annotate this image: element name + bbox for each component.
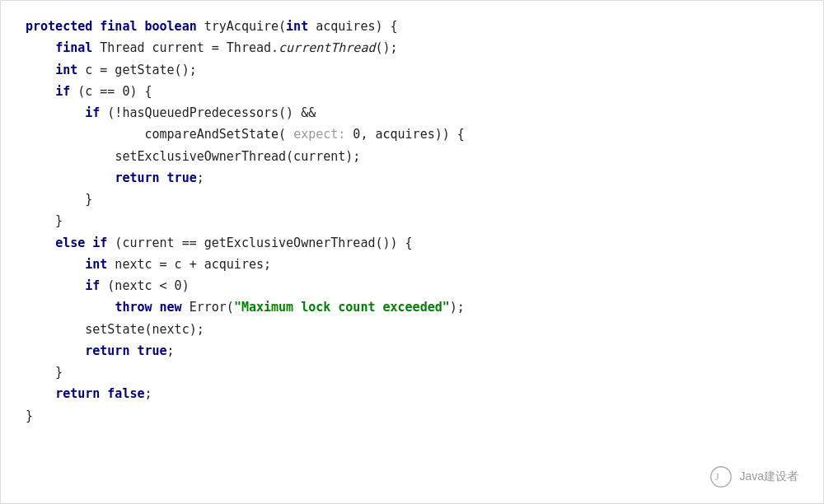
code-token: final bbox=[100, 19, 137, 34]
code-token: . bbox=[271, 40, 279, 55]
code-token bbox=[26, 127, 145, 142]
code-token bbox=[26, 300, 115, 315]
code-token: ); bbox=[450, 300, 465, 315]
code-line: int nextc = c + acquires; bbox=[26, 254, 823, 275]
code-line: protected final boolean tryAcquire(int a… bbox=[26, 16, 823, 37]
code-token: int bbox=[85, 257, 107, 272]
code-token bbox=[26, 149, 115, 164]
code-token bbox=[26, 170, 115, 185]
code-token bbox=[26, 236, 55, 250]
watermark-text: Java建设者 bbox=[739, 469, 798, 484]
code-line: return false; bbox=[26, 383, 823, 404]
code-token bbox=[92, 19, 100, 34]
code-token: setExclusiveOwnerThread(current); bbox=[115, 149, 360, 164]
code-token: final bbox=[55, 40, 92, 55]
code-token: false bbox=[107, 386, 144, 401]
code-line: } bbox=[26, 189, 823, 210]
code-token bbox=[152, 300, 160, 315]
code-token: (c == 0) { bbox=[70, 84, 152, 99]
code-token bbox=[26, 105, 85, 120]
svg-text:J: J bbox=[715, 471, 719, 483]
code-line: return true; bbox=[26, 340, 823, 362]
code-line: if (!hasQueuedPredecessors() && bbox=[26, 102, 823, 124]
code-token: int bbox=[286, 19, 308, 34]
code-token: if bbox=[85, 278, 100, 293]
code-line: compareAndSetState( expect: 0, acquires)… bbox=[26, 124, 823, 145]
code-token: if bbox=[92, 236, 107, 250]
watermark: J Java建设者 bbox=[709, 465, 798, 488]
code-token: new bbox=[160, 300, 182, 315]
code-token bbox=[26, 257, 85, 272]
code-token: nextc = c + acquires; bbox=[107, 257, 271, 272]
code-token bbox=[26, 278, 85, 293]
code-line: final Thread current = Thread.currentThr… bbox=[26, 37, 823, 58]
code-token: (!hasQueuedPredecessors() && bbox=[100, 105, 316, 120]
code-line: else if (current == getExclusiveOwnerThr… bbox=[26, 232, 823, 254]
code-line: } bbox=[26, 362, 823, 383]
code-token: (current == getExclusiveOwnerThread()) { bbox=[107, 236, 412, 250]
code-token: compareAndSetState( bbox=[145, 127, 294, 142]
code-token: "Maximum lock count exceeded" bbox=[234, 300, 450, 315]
code-line: int c = getState(); bbox=[26, 59, 823, 81]
code-token bbox=[137, 19, 144, 34]
code-token: current = bbox=[145, 40, 227, 55]
code-token bbox=[160, 170, 167, 185]
code-line: setExclusiveOwnerThread(current); bbox=[26, 146, 823, 167]
code-token: protected bbox=[26, 19, 92, 34]
code-token bbox=[92, 40, 100, 55]
code-token bbox=[26, 40, 55, 55]
code-token: ; bbox=[167, 343, 175, 358]
code-token: return bbox=[55, 386, 100, 401]
code-token bbox=[26, 84, 55, 99]
code-token: } bbox=[26, 365, 63, 380]
code-token bbox=[100, 386, 107, 401]
code-token: (); bbox=[375, 40, 397, 55]
svg-point-0 bbox=[711, 467, 732, 488]
code-container: protected final boolean tryAcquire(int a… bbox=[0, 0, 824, 504]
code-line: return true; bbox=[26, 167, 823, 189]
code-token: return bbox=[85, 343, 129, 358]
code-token: ; bbox=[197, 170, 204, 185]
code-token: (nextc < 0) bbox=[100, 278, 189, 293]
code-token: tryAcquire( bbox=[197, 19, 286, 34]
code-line: if (nextc < 0) bbox=[26, 275, 823, 296]
code-block: protected final boolean tryAcquire(int a… bbox=[17, 16, 823, 427]
code-token: return bbox=[115, 170, 159, 185]
code-token: acquires) { bbox=[308, 19, 397, 34]
code-line: setState(nextc); bbox=[26, 319, 823, 340]
code-token: else bbox=[55, 236, 85, 250]
code-token: 0, acquires)) { bbox=[345, 127, 465, 142]
code-token: true bbox=[167, 170, 197, 185]
code-token bbox=[26, 63, 55, 77]
code-token: Thread bbox=[100, 40, 144, 55]
code-line: throw new Error("Maximum lock count exce… bbox=[26, 296, 823, 318]
code-token: int bbox=[55, 63, 77, 77]
code-token: } bbox=[26, 192, 92, 207]
code-token bbox=[26, 322, 85, 337]
code-token bbox=[85, 236, 92, 250]
watermark-icon: J bbox=[709, 465, 733, 488]
code-token: Error( bbox=[182, 300, 234, 315]
code-token: throw bbox=[115, 300, 152, 315]
code-token bbox=[26, 386, 55, 401]
code-token: } bbox=[26, 213, 63, 228]
code-token: boolean bbox=[145, 19, 197, 34]
code-token: } bbox=[26, 408, 33, 423]
code-token bbox=[26, 343, 85, 358]
code-line: } bbox=[26, 405, 823, 427]
code-token: ; bbox=[145, 386, 152, 401]
code-token: setState(nextc); bbox=[85, 322, 204, 337]
code-token: currentThread bbox=[279, 40, 375, 55]
code-token: Thread bbox=[227, 40, 271, 55]
code-token: expect: bbox=[293, 127, 345, 142]
code-token: c = getState(); bbox=[77, 63, 197, 77]
code-token: if bbox=[55, 84, 70, 99]
code-line: } bbox=[26, 210, 823, 231]
code-line: if (c == 0) { bbox=[26, 81, 823, 102]
code-token: true bbox=[137, 343, 166, 358]
code-token: if bbox=[85, 105, 100, 120]
